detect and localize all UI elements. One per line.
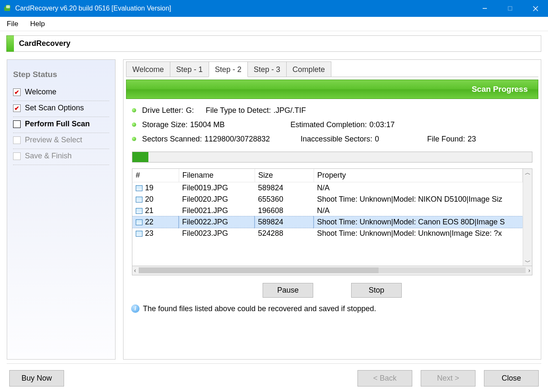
scroll-right-icon[interactable]: › xyxy=(528,267,530,274)
info-icon: i xyxy=(131,304,140,313)
scan-info: Drive Letter: G: File Type to Detect: .J… xyxy=(126,103,538,150)
step-item: Preview & Select xyxy=(13,133,109,149)
tab[interactable]: Welcome xyxy=(126,61,170,77)
scroll-left-icon[interactable]: ‹ xyxy=(134,267,136,274)
eta-value: 0:03:17 xyxy=(369,117,395,132)
info-note-text: The found files listed above could be re… xyxy=(143,304,376,313)
step-item: Set Scan Options xyxy=(13,101,109,117)
scroll-up-icon[interactable]: ︿ xyxy=(525,170,531,176)
checkbox-icon xyxy=(13,104,21,112)
found-label: File Found: xyxy=(427,132,465,146)
sectors-label: Sectors Scanned: xyxy=(142,132,202,146)
stop-button[interactable]: Stop xyxy=(351,283,402,298)
drive-letter-label: Drive Letter: xyxy=(142,103,183,117)
sidebar-heading: Step Status xyxy=(13,70,109,79)
col-filename[interactable]: Filename xyxy=(179,169,255,182)
image-file-icon xyxy=(136,185,142,191)
tab[interactable]: Step - 2 xyxy=(209,61,248,77)
sectors-value: 1129800/30728832 xyxy=(204,132,289,146)
menu-file[interactable]: File xyxy=(3,18,24,30)
vertical-scrollbar[interactable]: ︿ ﹀ xyxy=(523,169,532,266)
step-label: Set Scan Options xyxy=(25,104,84,112)
close-footer-button[interactable]: Close xyxy=(484,370,539,387)
step-label: Save & Finish xyxy=(25,152,72,160)
scroll-down-icon[interactable]: ﹀ xyxy=(525,259,531,265)
titlebar: CardRecovery v6.20 build 0516 [Evaluatio… xyxy=(0,0,548,17)
app-icon xyxy=(3,4,12,13)
menubar: File Help xyxy=(0,17,548,31)
storage-label: Storage Size: xyxy=(142,117,188,132)
col-index[interactable]: # xyxy=(132,169,179,182)
maximize-button[interactable] xyxy=(497,0,523,17)
checkbox-icon xyxy=(13,88,21,96)
inaccessible-label: Inaccessible Sectors: xyxy=(301,132,372,146)
minimize-button[interactable] xyxy=(472,0,497,17)
bullet-icon xyxy=(132,123,136,127)
drive-letter-value: G: xyxy=(186,103,194,117)
page-header: CardRecovery xyxy=(7,35,541,52)
next-button[interactable]: Next > xyxy=(421,370,475,387)
tab[interactable]: Step - 1 xyxy=(170,61,209,77)
main-panel: WelcomeStep - 1Step - 2Step - 3Complete … xyxy=(123,59,541,360)
table-row[interactable]: 21File0021.JPG196608N/A xyxy=(132,205,523,216)
image-file-icon xyxy=(136,208,142,214)
bullet-icon xyxy=(132,137,136,141)
checkbox-icon xyxy=(13,152,21,160)
menu-help[interactable]: Help xyxy=(24,18,51,30)
step-label: Welcome xyxy=(25,88,56,96)
table-row[interactable]: 20File0020.JPG655360Shoot Time: Unknown|… xyxy=(132,194,523,205)
inaccessible-value: 0 xyxy=(375,132,415,146)
col-size[interactable]: Size xyxy=(255,169,314,182)
back-button[interactable]: < Back xyxy=(357,370,412,387)
image-file-icon xyxy=(136,197,142,203)
bullet-icon xyxy=(132,108,136,112)
page-title: CardRecovery xyxy=(14,36,75,51)
buy-now-button[interactable]: Buy Now xyxy=(9,370,64,387)
window-title: CardRecovery v6.20 build 0516 [Evaluatio… xyxy=(15,5,171,12)
col-property[interactable]: Property xyxy=(314,169,523,182)
filetype-value: .JPG/.TIF xyxy=(274,103,306,117)
progress-bar xyxy=(132,152,532,163)
pause-button[interactable]: Pause xyxy=(263,283,313,298)
step-item: Perform Full Scan xyxy=(13,117,109,133)
table-row[interactable]: 22File0022.JPG589824Shoot Time: Unknown|… xyxy=(132,216,523,228)
step-item: Welcome xyxy=(13,85,109,101)
checkbox-icon xyxy=(13,136,21,144)
progress-fill xyxy=(132,152,148,162)
svg-rect-3 xyxy=(508,7,512,11)
table-row[interactable]: 19File0019.JPG589824N/A xyxy=(132,182,523,194)
close-button[interactable] xyxy=(523,0,548,17)
svg-rect-1 xyxy=(6,5,10,8)
found-value: 23 xyxy=(467,132,476,146)
info-note: i The found files listed above could be … xyxy=(126,299,538,317)
header-accent xyxy=(6,35,14,52)
footer: Buy Now < Back Next > Close xyxy=(0,364,548,392)
scan-progress-banner: Scan Progress xyxy=(126,80,538,99)
image-file-icon xyxy=(136,219,142,225)
step-label: Preview & Select xyxy=(25,136,82,144)
storage-value: 15004 MB xyxy=(190,117,279,132)
horizontal-scrollbar[interactable]: ‹ › xyxy=(132,266,532,275)
tab[interactable]: Complete xyxy=(286,61,331,77)
image-file-icon xyxy=(136,231,142,237)
results-table: # Filename Size Property 19File0019.JPG5… xyxy=(132,168,532,266)
eta-label: Estimated Completion: xyxy=(290,117,367,132)
tabs: WelcomeStep - 1Step - 2Step - 3Complete xyxy=(124,60,541,77)
step-label: Perform Full Scan xyxy=(25,120,90,128)
sidebar: Step Status WelcomeSet Scan OptionsPerfo… xyxy=(7,59,116,360)
table-row[interactable]: 23File0023.JPG524288Shoot Time: Unknown|… xyxy=(132,228,523,239)
tab[interactable]: Step - 3 xyxy=(247,61,287,77)
checkbox-icon xyxy=(13,120,21,128)
step-item: Save & Finish xyxy=(13,149,109,165)
window-controls xyxy=(472,0,548,17)
filetype-label: File Type to Detect: xyxy=(206,103,271,117)
